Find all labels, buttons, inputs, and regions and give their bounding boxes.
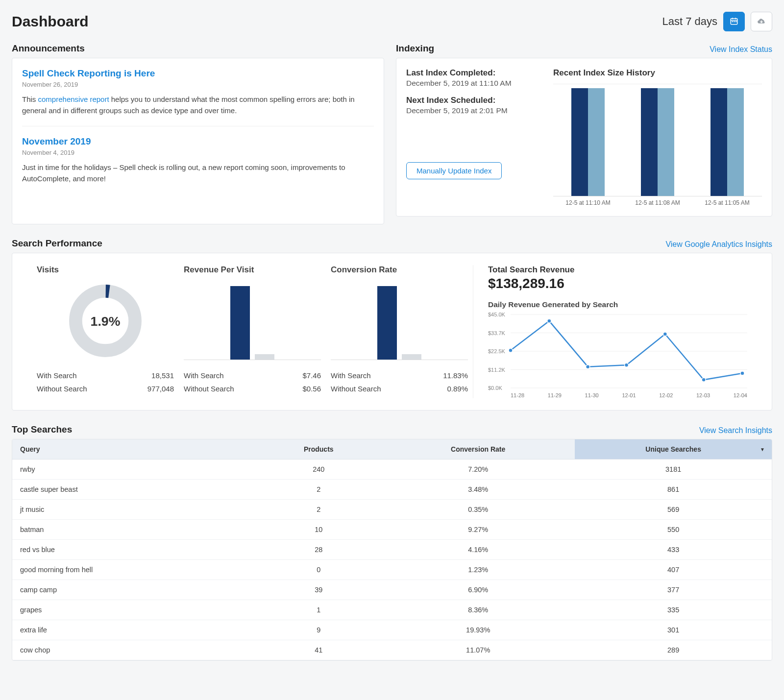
index-bar <box>571 88 588 196</box>
table-cell-query: extra life <box>12 620 256 640</box>
svg-rect-5 <box>734 21 735 22</box>
announcement-title-link[interactable]: November 2019 <box>22 136 374 147</box>
index-bar <box>641 88 658 196</box>
announcement-body: Just in time for the holidays – Spell ch… <box>22 162 374 184</box>
index-xlabel: 12-5 at 11:08 AM <box>628 199 687 206</box>
rpv-without-label: Without Search <box>184 385 234 393</box>
col-conversion-rate[interactable]: Conversion Rate <box>381 439 575 459</box>
announcement-inline-link[interactable]: comprehensive report <box>38 95 109 103</box>
ytick-label: $33.7K <box>488 330 505 336</box>
index-xlabel: 12-5 at 11:10 AM <box>559 199 617 206</box>
ytick-label: $11.2K <box>488 367 505 373</box>
table-cell-unique: 377 <box>575 580 772 600</box>
view-ga-insights-link[interactable]: View Google Analytics Insights <box>665 240 772 249</box>
svg-point-19 <box>663 332 667 336</box>
table-cell-query: batman <box>12 520 256 540</box>
svg-point-16 <box>547 319 551 323</box>
view-search-insights-link[interactable]: View Search Insights <box>699 426 772 435</box>
table-cell-cvr: 11.07% <box>381 640 575 660</box>
next-index-label: Next Index Scheduled: <box>406 96 543 105</box>
table-cell-query: good morning from hell <box>12 560 256 580</box>
rpv-with-value: $7.46 <box>302 371 321 380</box>
svg-text:1.9%: 1.9% <box>91 314 121 329</box>
table-row[interactable]: extra life919.93%301 <box>12 620 772 640</box>
table-cell-unique: 433 <box>575 540 772 560</box>
table-cell-unique: 335 <box>575 600 772 620</box>
table-cell-products: 2 <box>256 480 381 500</box>
table-row[interactable]: grapes18.36%335 <box>12 600 772 620</box>
table-cell-cvr: 4.16% <box>381 540 575 560</box>
table-cell-query: cow chop <box>12 640 256 660</box>
announcement-body: This comprehensive report helps you to u… <box>22 94 374 116</box>
announcement-date: November 26, 2019 <box>22 81 374 88</box>
announcements-title: Announcements <box>12 43 85 54</box>
cvr-bar-chart <box>331 282 468 360</box>
table-cell-unique: 407 <box>575 560 772 580</box>
next-index-value: December 5, 2019 at 2:01 PM <box>406 106 543 115</box>
search-performance-title: Search Performance <box>12 238 102 249</box>
table-row[interactable]: good morning from hell01.23%407 <box>12 560 772 580</box>
search-performance-card: Visits 1.9% With Search18,531 Without Se… <box>12 253 772 410</box>
table-row[interactable]: cow chop4111.07%289 <box>12 640 772 660</box>
table-cell-cvr: 19.93% <box>381 620 575 640</box>
table-cell-products: 9 <box>256 620 381 640</box>
last-index-label: Last Index Completed: <box>406 68 543 78</box>
total-revenue-title: Total Search Revenue <box>488 265 747 275</box>
table-cell-query: camp camp <box>12 580 256 600</box>
table-row[interactable]: camp camp396.90%377 <box>12 580 772 600</box>
xtick-label: 11-30 <box>585 392 599 398</box>
cvr-bar <box>402 354 421 360</box>
visits-title: Visits <box>37 265 174 275</box>
table-cell-cvr: 6.90% <box>381 580 575 600</box>
view-index-status-link[interactable]: View Index Status <box>710 45 772 54</box>
cvr-bar <box>377 286 397 360</box>
table-row[interactable]: rwby2407.20%3181 <box>12 459 772 480</box>
calendar-button[interactable] <box>723 12 745 31</box>
col-query[interactable]: Query <box>12 439 256 459</box>
divider <box>22 126 374 126</box>
table-cell-products: 240 <box>256 459 381 480</box>
visits-without-value: 977,048 <box>147 385 174 393</box>
cvr-without-label: Without Search <box>331 385 381 393</box>
ytick-label: $22.5K <box>488 348 505 354</box>
table-cell-products: 1 <box>256 600 381 620</box>
download-button[interactable] <box>751 12 772 31</box>
announcement-text: This <box>22 95 38 103</box>
col-products[interactable]: Products <box>256 439 381 459</box>
table-cell-unique: 301 <box>575 620 772 640</box>
page-title: Dashboard <box>12 13 89 30</box>
table-cell-cvr: 7.20% <box>381 459 575 480</box>
announcement-text: Just in time for the holidays – Spell ch… <box>22 163 345 183</box>
xtick-label: 12-04 <box>734 392 747 398</box>
manually-update-index-button[interactable]: Manually Update Index <box>406 162 502 179</box>
table-cell-products: 10 <box>256 520 381 540</box>
cvr-with-label: With Search <box>331 371 371 380</box>
svg-point-17 <box>586 365 590 369</box>
table-row[interactable]: batman109.27%550 <box>12 520 772 540</box>
announcement-title-link[interactable]: Spell Check Reporting is Here <box>22 68 374 79</box>
announcement-date: November 4, 2019 <box>22 149 374 156</box>
table-cell-cvr: 3.48% <box>381 480 575 500</box>
top-searches-title: Top Searches <box>12 424 72 435</box>
index-xlabel: 12-5 at 11:05 AM <box>698 199 757 206</box>
table-row[interactable]: jt music20.35%569 <box>12 500 772 520</box>
top-searches-table: Query Products Conversion Rate Unique Se… <box>12 439 772 660</box>
table-row[interactable]: castle super beast23.48%861 <box>12 480 772 500</box>
table-cell-query: red vs blue <box>12 540 256 560</box>
svg-point-18 <box>625 363 629 367</box>
xtick-label: 12-01 <box>622 392 636 398</box>
last-index-value: December 5, 2019 at 11:10 AM <box>406 79 543 88</box>
col-unique-searches[interactable]: Unique Searches▼ <box>575 439 772 459</box>
cloud-download-icon <box>757 17 766 26</box>
announcements-card: Spell Check Reporting is Here November 2… <box>12 58 384 224</box>
ytick-label: $45.0K <box>488 312 505 317</box>
announcement-item: Spell Check Reporting is Here November 2… <box>22 68 374 116</box>
index-bar <box>727 88 744 196</box>
indexing-card: Last Index Completed: December 5, 2019 a… <box>396 58 772 217</box>
index-history-chart <box>553 84 762 196</box>
rpv-without-value: $0.56 <box>302 385 321 393</box>
index-bar <box>588 88 605 196</box>
announcement-item: November 2019 November 4, 2019 Just in t… <box>22 136 374 184</box>
table-row[interactable]: red vs blue284.16%433 <box>12 540 772 560</box>
table-cell-cvr: 9.27% <box>381 520 575 540</box>
